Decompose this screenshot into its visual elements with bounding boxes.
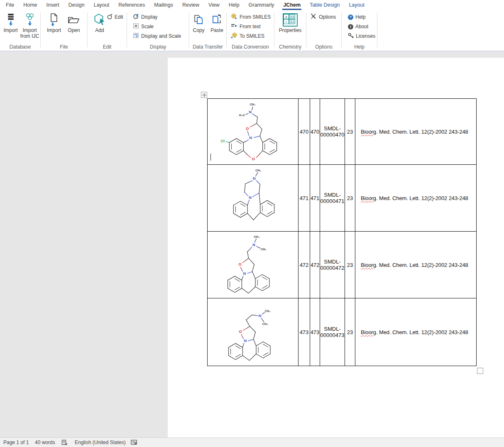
id-cell[interactable]: 473	[298, 298, 310, 366]
svg-text:CH₃: CH₃	[260, 247, 266, 251]
structure-cell[interactable]: CH₃NCH₃ON	[208, 232, 298, 298]
word-count[interactable]: 40 words	[35, 438, 55, 447]
to-smiles-button[interactable]: To SMILES	[231, 32, 264, 40]
citation-cell[interactable]: Bioorg. Med. Chem. Lett. 12(2)-2002 243-…	[355, 165, 476, 231]
tab-design[interactable]: Design	[64, 0, 89, 10]
tab-insert[interactable]: Insert	[42, 0, 64, 10]
paste-button[interactable]: Paste	[208, 11, 226, 34]
num-cell[interactable]: 23	[345, 99, 355, 164]
num-cell[interactable]: 23	[345, 298, 355, 366]
structure-cell[interactable]: CH₃NCH₃ON	[208, 298, 298, 366]
tab-file[interactable]: File	[1, 0, 19, 10]
licenses-button[interactable]: Licenses	[348, 32, 375, 40]
num-cell[interactable]: 23	[345, 165, 355, 231]
tab-layout[interactable]: Layout	[89, 0, 114, 10]
svg-text:N: N	[249, 110, 252, 114]
smdl-cell[interactable]: SMDL-00000470	[320, 99, 345, 164]
table-resize-handle[interactable]	[477, 368, 483, 374]
citation-cell[interactable]: Bioorg. Med. Chem. Lett. 12(2)-2002 243-…	[355, 99, 476, 164]
import-from-ijc-label: Import from IJC	[20, 28, 39, 39]
svg-text:N: N	[244, 338, 247, 342]
properties-cell-x: x	[284, 19, 289, 24]
from-smiles-button[interactable]: From SMILES	[231, 13, 271, 21]
import-from-ijc-button[interactable]: Import from IJC	[20, 11, 39, 39]
properties-button[interactable]: a 0.4 x 3.1 Properties	[277, 11, 303, 34]
id-cell[interactable]: 472	[310, 232, 320, 298]
add-hexagon-cursor-icon	[93, 11, 106, 28]
svg-text:CH₃: CH₃	[250, 103, 255, 106]
citation-flagged-word: Bioorg	[361, 329, 376, 335]
from-smiles-smiley-icon	[231, 13, 237, 21]
edit-structure-button[interactable]: Edit	[107, 13, 123, 21]
about-button[interactable]: i About	[348, 23, 368, 30]
display-button[interactable]: Display	[133, 13, 157, 21]
tab-home[interactable]: Home	[19, 0, 42, 10]
options-button[interactable]: Options	[310, 13, 336, 21]
language-indicator[interactable]: English (United States)	[75, 438, 126, 447]
smdl-id: SMDL-00000471	[320, 192, 345, 204]
move-cross-icon	[202, 93, 206, 97]
tab-jchem[interactable]: JChem	[279, 0, 305, 10]
smdl-cell[interactable]: SMDL-00000472	[320, 232, 345, 298]
svg-text:N: N	[249, 195, 252, 200]
status-bar: Page 1 of 1 40 words English (United Sta…	[0, 437, 504, 447]
from-text-icon	[231, 23, 237, 30]
tab-table-layout[interactable]: Layout	[344, 0, 369, 10]
help-icon: ?	[348, 15, 353, 20]
table-move-handle[interactable]	[201, 92, 207, 98]
id-cell[interactable]: 471	[310, 165, 320, 231]
to-smiles-smiley-icon	[231, 32, 237, 40]
table-row: CH₃NCH₃ON 473 473 SMDL-00000473 23 Bioor…	[208, 298, 476, 366]
proofing-errors-icon[interactable]	[61, 438, 68, 447]
open-button[interactable]: Open	[65, 11, 83, 34]
help-button[interactable]: ? Help	[348, 13, 366, 21]
id-cell[interactable]: 472	[298, 232, 310, 298]
svg-text:Cl: Cl	[220, 139, 224, 143]
group-name-help: Help	[342, 44, 377, 50]
scale-button[interactable]: Scale	[133, 23, 154, 30]
tab-table-design[interactable]: Table Design	[305, 0, 344, 10]
properties-cell-04: 0.4	[289, 14, 295, 19]
file-import-button[interactable]: Import	[45, 11, 63, 34]
file-import-label: Import	[47, 28, 61, 34]
document-page[interactable]: CH₃NH₃CONClO 470 470 SMDL-00000470 23 Bi…	[168, 58, 504, 438]
structure-cell[interactable]: CH₃NN	[208, 165, 298, 231]
group-name-edit: Edit	[88, 44, 127, 50]
id-cell[interactable]: 473	[310, 298, 320, 366]
page-indicator[interactable]: Page 1 of 1	[3, 438, 29, 447]
macro-recording-icon[interactable]	[131, 438, 137, 447]
database-import-button[interactable]: Import	[1, 11, 20, 39]
structures-table[interactable]: CH₃NH₃CONClO 470 470 SMDL-00000470 23 Bi…	[207, 98, 477, 366]
tab-review[interactable]: Review	[178, 0, 204, 10]
properties-label: Properties	[279, 28, 302, 34]
about-label: About	[355, 24, 368, 29]
citation-cell[interactable]: Bioorg. Med. Chem. Lett. 12(2)-2002 243-…	[355, 232, 476, 298]
tab-mailings[interactable]: Mailings	[149, 0, 178, 10]
smdl-id: SMDL-00000473	[320, 326, 345, 338]
id-cell[interactable]: 471	[298, 165, 310, 231]
citation-text: . Med. Chem. Lett. 12(2)-2002 243-248	[376, 195, 468, 201]
paste-label: Paste	[210, 28, 223, 34]
group-name-database: Database	[0, 44, 40, 50]
tab-grammarly[interactable]: Grammarly	[244, 0, 279, 10]
id-cell[interactable]: 470	[310, 99, 320, 164]
tab-view[interactable]: View	[204, 0, 224, 10]
smdl-cell[interactable]: SMDL-00000473	[320, 298, 345, 366]
from-text-button[interactable]: From text	[231, 23, 261, 30]
id-cell[interactable]: 470	[298, 99, 310, 164]
citation-text: . Med. Chem. Lett. 12(2)-2002 243-248	[376, 262, 468, 268]
smdl-cell[interactable]: SMDL-00000471	[320, 165, 345, 231]
tab-references[interactable]: References	[114, 0, 149, 10]
info-icon: i	[348, 24, 353, 29]
molecule-structure-473: CH₃NCH₃ON	[208, 299, 298, 365]
copy-button[interactable]: Copy	[190, 11, 208, 34]
scale-label: Scale	[141, 24, 154, 29]
tab-help[interactable]: Help	[224, 0, 244, 10]
display-and-scale-button[interactable]: Display and Scale	[133, 32, 181, 40]
molecule-structure-470: CH₃NH₃CONClO	[208, 99, 298, 165]
structure-cell[interactable]: CH₃NH₃CONClO	[208, 99, 298, 164]
citation-flagged-word: Bioorg	[361, 195, 376, 201]
num-cell[interactable]: 23	[345, 232, 355, 298]
svg-text:N: N	[252, 242, 255, 247]
citation-cell[interactable]: Bioorg. Med. Chem. Lett. 12(2)-2002 243-…	[355, 298, 476, 366]
